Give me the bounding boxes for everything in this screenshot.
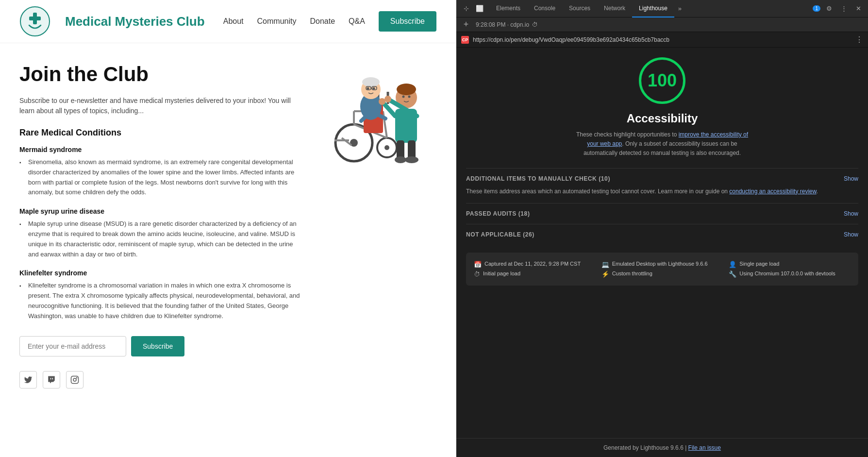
devtools-right-icons: 1 ⚙ ⋮ ✕ [813,3,864,15]
info-row-emulated: 💻 Emulated Desktop with Lighthouse 9.6.6 [601,260,723,268]
add-tab-icon[interactable]: + [461,19,471,30]
info-row-capture: 📅 Captured at Dec 11, 2022, 9:28 PM CST [474,260,596,268]
throttle-icon: ⚡ [601,271,609,278]
settings-icon[interactable]: ⚙ [823,3,835,15]
twitter-icon[interactable] [19,371,37,389]
svg-point-33 [408,96,411,98]
audit-na-show[interactable]: Show [844,231,858,238]
brand-name: Medical Mysteries Club [65,14,205,29]
audit-manual-show[interactable]: Show [844,175,858,182]
svg-point-23 [373,87,375,90]
condition-klinefelter-title: Klinefelter syndrome [19,269,300,277]
audit-passed: PASSED AUDITS (18) Show [466,203,858,224]
info-row-single-page: 👤 Single page load [729,260,851,268]
nav-donate[interactable]: Donate [310,17,335,26]
url-bar: CP https://cdpn.io/pen/debug/VwdOaqp/ee0… [456,32,868,48]
website-panel: Medical Mysteries Club About Community D… [0,0,456,457]
tab-network[interactable]: Network [597,0,632,17]
more-options-icon[interactable]: ⋮ [838,3,850,15]
url-more-icon[interactable]: ⋮ [855,35,863,44]
devtools-toolbar: ⊹ ⬜ Elements Console Sources Network Lig… [456,0,868,17]
cursor-icon[interactable]: ⊹ [460,3,472,15]
audit-manual-check: ADDITIONAL ITEMS TO MANUALLY CHECK (10) … [466,168,858,203]
logo [19,6,50,37]
tab-console[interactable]: Console [527,0,562,17]
favicon: CP [461,36,469,44]
svg-point-41 [384,96,391,102]
url-text[interactable]: https://cdpn.io/pen/debug/VwdOaqp/ee0945… [473,36,851,43]
accessibility-link[interactable]: improve the accessibility of your web ap… [587,131,748,147]
svg-line-14 [342,138,351,145]
nav-community[interactable]: Community [257,17,297,26]
device-icon[interactable]: ⬜ [474,3,485,15]
hero-illustration [310,63,436,169]
info-card-0: 📅 Captured at Dec 11, 2022, 9:28 PM CST … [474,260,596,278]
tab-lighthouse[interactable]: Lighthouse [632,0,674,17]
tab-elements[interactable]: Elements [489,0,527,17]
score-title: Accessibility [627,112,698,125]
svg-line-13 [383,111,387,138]
info-card-1: 💻 Emulated Desktop with Lighthouse 9.6.6… [601,260,723,278]
nav-links: About Community Donate Q&A Subscribe [223,11,436,32]
score-section: 100 Accessibility These checks highlight… [466,57,858,158]
nav-about[interactable]: About [223,17,244,26]
navigation: Medical Mysteries Club About Community D… [0,0,456,43]
audit-manual-label: ADDITIONAL ITEMS TO MANUALLY CHECK (10) [466,175,610,182]
section-heading: Rare Medical Conditions [19,128,300,138]
condition-mermaid-title: Mermaid syndrome [19,146,300,153]
audit-manual-header[interactable]: ADDITIONAL ITEMS TO MANUALLY CHECK (10) … [466,175,858,182]
svg-point-36 [395,156,406,163]
more-tabs-icon[interactable]: » [674,5,685,12]
devtools-panel: ⊹ ⬜ Elements Console Sources Network Lig… [456,0,868,457]
emulated-text: Emulated Desktop with Lighthouse 9.6.6 [612,260,708,268]
svg-point-32 [402,96,405,98]
timer-icon: ⏱ [532,21,538,28]
capture-time: Captured at Dec 11, 2022, 9:28 PM CST [484,260,581,268]
condition-mermaid: Mermaid syndrome Sirenomelia, also known… [19,146,300,198]
time-text: 9:28:08 PM · cdpn.io [476,21,529,28]
svg-point-4 [73,378,76,381]
audit-passed-show[interactable]: Show [844,210,858,217]
condition-msud: Maple syrup urine disease Maple syrup ur… [19,207,300,259]
main-content: Join the Club Subscribe to our e-newslet… [0,43,456,408]
lighthouse-content: 100 Accessibility These checks highlight… [456,48,868,438]
score-circle: 100 [639,57,685,104]
footer-text: Generated by Lighthouse 9.6.6 | [603,444,688,451]
condition-msud-text: Maple syrup urine disease (MSUD) is a ra… [19,219,300,259]
desktop-icon: 💻 [601,261,609,268]
close-devtools-icon[interactable]: ✕ [852,3,864,15]
chromium-icon: 🔧 [729,271,736,278]
audit-passed-header[interactable]: PASSED AUDITS (18) Show [466,210,858,217]
throttling-text: Custom throttling [612,270,652,277]
social-icons [19,371,300,389]
svg-point-31 [397,84,416,95]
condition-mermaid-text: Sirenomelia, also known as mermaid syndr… [19,157,300,198]
calendar-icon: 📅 [474,261,482,268]
page-load-text: Initial page load [483,270,520,277]
twitch-icon[interactable] [43,371,60,389]
email-form: Subscribe [19,336,300,356]
info-row-throttling: ⚡ Custom throttling [601,270,723,278]
nav-qa[interactable]: Q&A [349,17,365,26]
info-row-chromium: 🔧 Using Chromium 107.0.0.0 with devtools [729,270,851,278]
audit-passed-label: PASSED AUDITS (18) [466,210,530,217]
hero-title: Join the Club [19,63,300,86]
info-cards: 📅 Captured at Dec 11, 2022, 9:28 PM CST … [466,253,858,286]
svg-rect-3 [71,376,79,383]
audit-manual-text: These items address areas which an autom… [466,188,729,195]
nav-subscribe-button[interactable]: Subscribe [379,11,436,32]
svg-rect-2 [29,17,41,20]
audit-na-header[interactable]: NOT APPLICABLE (26) Show [466,231,858,238]
instagram-icon[interactable] [66,371,83,389]
file-issue-link[interactable]: File an issue [688,444,721,451]
svg-point-22 [367,87,369,90]
svg-point-40 [379,98,385,105]
subscribe-button[interactable]: Subscribe [131,336,184,356]
condition-msud-title: Maple syrup urine disease [19,207,300,215]
email-input[interactable] [19,336,126,356]
lighthouse-footer: Generated by Lighthouse 9.6.6 | File an … [456,438,868,457]
condition-klinefelter: Klinefelter syndrome Klinefelter syndrom… [19,269,300,321]
score-number: 100 [648,70,677,91]
tab-sources[interactable]: Sources [562,0,597,17]
accessibility-review-link[interactable]: conducting an accessibility review [729,188,816,195]
